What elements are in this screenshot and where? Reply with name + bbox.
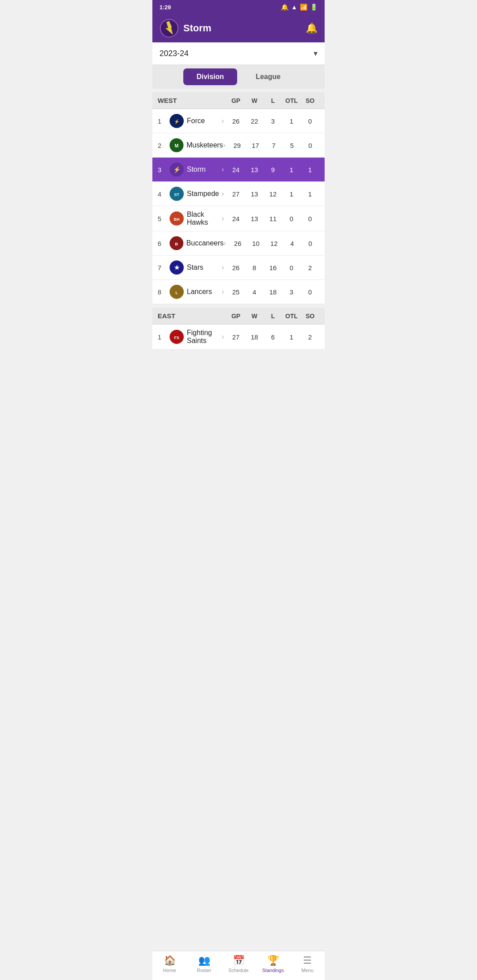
- stat-w: 13: [245, 215, 264, 222]
- team-name: Lancers: [187, 288, 222, 296]
- stat-otl: 5: [283, 142, 301, 149]
- stat-gp: 26: [227, 264, 245, 271]
- team-rank: 4: [158, 190, 167, 198]
- team-name: Fighting Saints: [187, 329, 222, 345]
- stat-l: 16: [264, 264, 282, 271]
- tab-division[interactable]: Division: [183, 68, 237, 85]
- stat-l: 12: [265, 240, 283, 247]
- stat-so: 1: [301, 166, 319, 173]
- team-rank: 1: [158, 117, 167, 125]
- chevron-right-icon: ›: [223, 141, 225, 149]
- stat-gp: 24: [227, 215, 245, 222]
- chevron-right-icon: ›: [222, 190, 224, 198]
- svg-text:M: M: [174, 143, 178, 148]
- stat-gp: 26: [229, 240, 247, 247]
- stat-so: 0: [301, 215, 319, 222]
- status-bar: 1:29 🔔 ▲ 📶 🔋: [152, 0, 325, 14]
- chevron-right-icon: ›: [222, 117, 224, 125]
- chevron-right-icon: ›: [222, 288, 224, 296]
- svg-text:⚡: ⚡: [173, 166, 181, 173]
- team-row[interactable]: 8 L Lancers › 25 4 18 3 0: [152, 280, 325, 304]
- team-logo: B: [169, 236, 184, 251]
- east-teams-list: 1 FS Fighting Saints › 27 18 6 1 2: [152, 324, 325, 350]
- stat-otl: 1: [282, 166, 301, 173]
- team-rank: 3: [158, 166, 167, 173]
- stat-l: 12: [264, 190, 282, 198]
- col-gp: GP: [227, 97, 245, 104]
- team-logo: FS: [169, 329, 184, 344]
- team-rank: 1: [158, 333, 167, 341]
- col-so: SO: [301, 97, 319, 104]
- stat-gp: 25: [227, 288, 245, 296]
- stat-so: 0: [301, 117, 319, 125]
- team-rank: 8: [158, 288, 167, 296]
- svg-text:⚡: ⚡: [174, 119, 180, 124]
- stat-l: 9: [264, 166, 282, 173]
- stat-so: 0: [301, 142, 319, 149]
- stat-otl: 0: [282, 215, 301, 222]
- col-l: L: [264, 97, 282, 104]
- east-col-l: L: [264, 313, 282, 320]
- stat-w: 22: [245, 117, 264, 125]
- notification-icon: 🔔: [281, 4, 288, 11]
- east-col-otl: OTL: [282, 313, 301, 320]
- east-col-gp: GP: [227, 313, 245, 320]
- stat-gp: 27: [227, 333, 245, 341]
- battery-icon: 🔋: [310, 4, 318, 11]
- east-col-w: W: [245, 313, 264, 320]
- app-header: Storm 🔔: [152, 14, 325, 42]
- tab-league[interactable]: League: [242, 68, 294, 85]
- stat-gp: 24: [227, 166, 245, 173]
- standings-scroll-area[interactable]: WEST GP W L OTL SO 1 ⚡ Force › 26 22 3 1…: [152, 89, 325, 388]
- col-otl: OTL: [282, 97, 301, 104]
- standings-west: WEST GP W L OTL SO 1 ⚡ Force › 26 22 3 1…: [152, 89, 325, 353]
- stat-l: 18: [264, 288, 282, 296]
- chevron-right-icon: ›: [222, 264, 224, 271]
- team-row[interactable]: 5 BH Black Hawks › 24 13 11 0 0: [152, 206, 325, 231]
- team-name: Storm: [187, 166, 222, 173]
- team-logo: ★: [169, 260, 184, 275]
- team-logo: ⚡: [169, 113, 184, 128]
- stat-gp: 26: [227, 117, 245, 125]
- stat-otl: 1: [282, 117, 301, 125]
- team-row[interactable]: 4 ST Stampede › 27 13 12 1 1: [152, 182, 325, 206]
- team-rank: 7: [158, 264, 167, 271]
- team-row[interactable]: 6 B Buccaneers › 26 10 12 4 0: [152, 231, 325, 256]
- east-division-label: EAST: [158, 312, 227, 320]
- chevron-right-icon: ›: [222, 215, 224, 222]
- team-logo: L: [169, 284, 184, 299]
- view-tabs: Division League: [152, 65, 325, 89]
- team-row[interactable]: 1 ⚡ Force › 26 22 3 1 0: [152, 109, 325, 133]
- stat-otl: 1: [282, 190, 301, 198]
- stat-w: 13: [245, 166, 264, 173]
- svg-text:★: ★: [174, 264, 180, 271]
- svg-text:FS: FS: [174, 335, 179, 340]
- west-teams-list: 1 ⚡ Force › 26 22 3 1 0 2 M Musketeers ›…: [152, 109, 325, 304]
- stat-w: 18: [245, 333, 264, 341]
- svg-text:BH: BH: [174, 217, 180, 222]
- stat-so: 2: [301, 264, 319, 271]
- season-selector[interactable]: 2023-24 ▾: [152, 42, 325, 65]
- stat-l: 6: [264, 333, 282, 341]
- stat-l: 11: [264, 215, 282, 222]
- team-name: Stars: [187, 264, 222, 271]
- chevron-right-icon: ›: [223, 239, 226, 247]
- status-icons: 🔔 ▲ 📶 🔋: [281, 4, 318, 11]
- stat-so: 0: [301, 288, 319, 296]
- svg-text:L: L: [175, 290, 178, 295]
- team-row[interactable]: 3 ⚡ Storm › 24 13 9 1 1: [152, 158, 325, 182]
- stat-w: 10: [247, 240, 265, 247]
- svg-text:B: B: [175, 241, 178, 246]
- team-row[interactable]: 7 ★ Stars › 26 8 16 0 2: [152, 256, 325, 280]
- team-row[interactable]: 2 M Musketeers › 29 17 7 5 0: [152, 133, 325, 158]
- season-label: 2023-24: [159, 49, 189, 58]
- team-logo: BH: [169, 211, 184, 226]
- svg-text:ST: ST: [174, 192, 179, 197]
- notification-button[interactable]: 🔔: [306, 23, 318, 34]
- stat-w: 17: [246, 142, 265, 149]
- team-name: Musketeers: [186, 141, 223, 149]
- stat-w: 8: [245, 264, 264, 271]
- stat-gp: 27: [227, 190, 245, 198]
- team-row[interactable]: 1 FS Fighting Saints › 27 18 6 1 2: [152, 324, 325, 350]
- status-time: 1:29: [159, 4, 171, 11]
